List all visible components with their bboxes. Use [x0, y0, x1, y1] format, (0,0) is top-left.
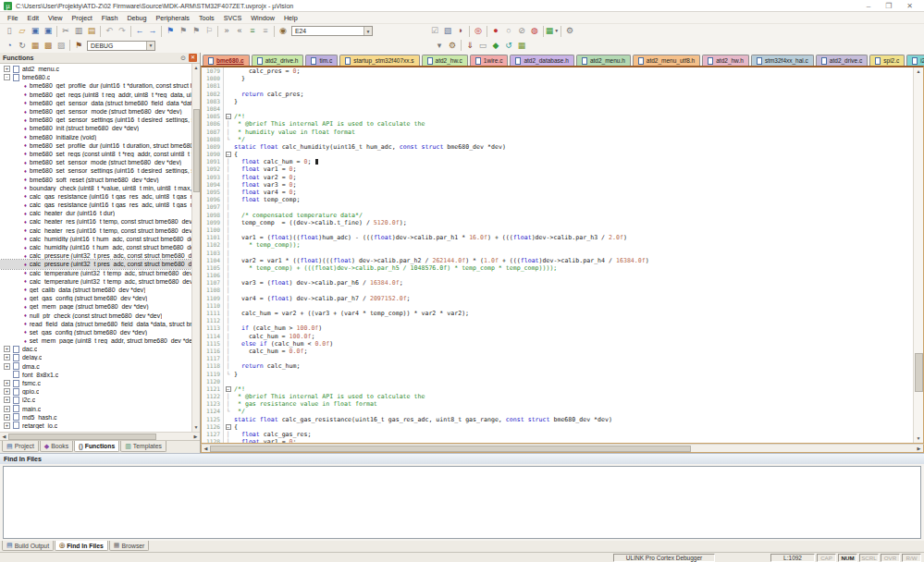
pack-installer-icon[interactable]: ▦ [515, 40, 528, 52]
uncomment-icon[interactable]: ≡ [259, 25, 272, 37]
menu-debug[interactable]: Debug [122, 14, 151, 22]
tree-vertical-scrollbar[interactable]: ▲ ▼ [191, 64, 200, 432]
editor-tab-1wire.c[interactable]: 1wire.c [470, 55, 509, 66]
output-tab-build-output[interactable]: ▤Build Output [2, 541, 54, 551]
scrollbar-thumb[interactable] [915, 353, 923, 392]
run-time-environment-icon[interactable]: ◆ [489, 40, 502, 52]
search-icon[interactable]: ◎ [472, 25, 485, 37]
menu-view[interactable]: View [43, 14, 67, 22]
enable-breakpoint-icon[interactable]: ○ [502, 25, 515, 37]
tree-function-item[interactable]: ♦calc_humidity (uint16_t hum_adc, const … [0, 235, 191, 243]
tree-file-item[interactable]: +md5_hash.c [0, 413, 191, 422]
scrollbar-thumb[interactable] [193, 109, 200, 192]
editor-tab-atd2_drive.h[interactable]: atd2_drive.h [252, 55, 304, 66]
tree-file-item[interactable]: +retarget_io.c [0, 422, 191, 430]
scroll-up-icon[interactable]: ▲ [917, 67, 921, 76]
tree-function-item[interactable]: ♦bme680_set_sensor_settings (uint16_t de… [0, 166, 191, 175]
kill-all-breakpoints-icon[interactable]: ◍ [528, 25, 541, 37]
editor-vertical-scrollbar[interactable]: ▲ ▼ [913, 67, 923, 443]
tree-function-item[interactable]: ♦bme680_get_sensor_settings (uint16_t de… [0, 116, 191, 124]
expand-toggle[interactable]: + [4, 363, 10, 370]
expand-toggle[interactable]: + [4, 397, 10, 403]
save-all-icon[interactable]: ▣ [42, 25, 55, 37]
tree-function-item[interactable]: ♦read_field_data (struct bme680_field_da… [0, 320, 191, 328]
editor-tab-i2c.c[interactable]: i2c.c [906, 55, 924, 66]
editor-tab-atd2_menu_utf8.h[interactable]: atd2_menu_utf8.h [633, 55, 700, 66]
scroll-down-icon[interactable]: ▼ [917, 434, 921, 443]
tree-function-item[interactable]: ♦bme680_init (struct bme680_dev *dev) [0, 124, 191, 132]
tree-function-item[interactable]: ♦null_ptr_check (const struct bme680_dev… [0, 311, 191, 319]
editor-tab-atd2_hw.h[interactable]: atd2_hw.h [702, 55, 749, 66]
comment-icon[interactable]: ≡ [246, 25, 259, 37]
expand-toggle[interactable]: - [4, 74, 10, 80]
tree-file-item[interactable]: -bme680.c [0, 73, 191, 81]
editor-tab-stm32f4xx_hal.c[interactable]: stm32f4xx_hal.c [751, 55, 814, 66]
tree-function-item[interactable]: ♦get_calib_data (struct bme680_dev *dev) [0, 286, 191, 294]
cut-icon[interactable]: ✂ [59, 25, 72, 37]
menu-help[interactable]: Help [279, 14, 302, 22]
expand-toggle[interactable]: + [4, 406, 10, 412]
prev-bookmark-icon[interactable]: ⚑ [177, 25, 190, 37]
update-components-icon[interactable]: ↺ [502, 40, 515, 52]
editor-tab-spi2.c[interactable]: spi2.c [869, 55, 905, 66]
navigate-back-icon[interactable]: ← [133, 25, 146, 37]
target-dropdown-icon[interactable]: ▾ [433, 40, 446, 52]
pin-icon[interactable]: ⊙ [180, 55, 186, 62]
scrollbar-thumb[interactable] [210, 446, 691, 452]
tree-file-item[interactable]: +main.c [0, 405, 191, 413]
expand-toggle[interactable]: + [4, 346, 10, 352]
tree-function-item[interactable]: ♦bme680_get_sensor_mode (struct bme680_d… [0, 107, 191, 116]
redo-icon[interactable]: ↷ [116, 25, 129, 37]
panel-close-icon[interactable]: ✕ [189, 54, 197, 62]
search-combobox[interactable]: E24 ▼ [291, 26, 373, 36]
tree-file-item[interactable]: +dma.c [0, 362, 191, 371]
maximize-button[interactable]: ❐ [885, 1, 892, 11]
workspace-tab-project[interactable]: ▤Project [2, 441, 39, 452]
tree-function-item[interactable]: ♦calc_gas_resistance (uint16_t gas_res_a… [0, 201, 191, 209]
checkbox-icon[interactable]: ☑ [428, 25, 441, 37]
insert-bookmark-icon[interactable]: ⚑ [164, 25, 177, 37]
tree-file-item[interactable]: +fsmc.c [0, 379, 191, 387]
tree-horizontal-scrollbar[interactable]: ◀ ▶ [0, 432, 200, 440]
download-icon[interactable]: ⚑ [72, 40, 85, 52]
tree-function-item[interactable]: ♦bme680_get_regs (uint8_t reg_addr, uint… [0, 91, 191, 99]
code-view[interactable]: 1079 calc_pres = 0;1080 }10811082 return… [202, 67, 913, 443]
tree-function-item[interactable]: ♦get_mem_page (struct bme680_dev *dev) [0, 302, 191, 311]
fold-collapse-box[interactable]: − [226, 386, 231, 392]
chevron-down-icon[interactable]: ▼ [554, 25, 559, 37]
tree-function-item[interactable]: ♦bme680_get_sensor_data (struct bme680_f… [0, 99, 191, 107]
configure-wrench-icon[interactable]: ⚙ [563, 25, 576, 37]
minimize-button[interactable]: – [867, 1, 870, 11]
tree-file-item[interactable]: +dac.c [0, 345, 191, 353]
code-area[interactable]: 1079 calc_pres = 0;1080 }10811082 return… [201, 66, 924, 444]
chevron-down-icon[interactable]: ▼ [146, 42, 154, 50]
fold-collapse-box[interactable]: − [226, 424, 231, 430]
next-bookmark-icon[interactable]: ⚑ [190, 25, 203, 37]
open-folder-icon[interactable]: ▱ [16, 25, 29, 37]
undo-icon[interactable]: ↶ [103, 25, 116, 37]
fold-collapse-box[interactable]: − [226, 114, 231, 119]
indent-icon[interactable]: » [220, 25, 233, 37]
flash-erase-icon[interactable]: ▭ [476, 40, 489, 52]
outdent-icon[interactable]: « [233, 25, 246, 37]
target-combobox[interactable]: DEBUG ▼ [87, 41, 155, 51]
chevron-down-icon[interactable]: ▼ [363, 27, 372, 35]
paste-icon[interactable]: ▤ [85, 25, 98, 37]
tree-function-item[interactable]: ♦bme680_initialize (void) [0, 133, 191, 141]
expand-toggle[interactable]: + [4, 380, 10, 386]
expand-toggle[interactable]: + [4, 422, 10, 429]
fold-collapse-box[interactable]: − [226, 152, 231, 157]
tree-function-item[interactable]: ♦get_gas_config (struct bme680_dev *dev) [0, 294, 191, 302]
rebuild-icon[interactable]: ▩ [42, 40, 55, 52]
menu-edit[interactable]: Edit [23, 14, 43, 22]
options-for-target-icon[interactable]: ⚙ [446, 40, 459, 52]
menu-peripherals[interactable]: Peripherals [152, 14, 194, 22]
find-in-document-icon[interactable]: ▧ [441, 25, 454, 37]
expand-toggle[interactable]: + [4, 414, 10, 421]
editor-horizontal-scrollbar[interactable]: ◀ ▶ [201, 444, 924, 453]
tree-function-item[interactable]: ♦bme680_get_profile_dur (uint16_t *durat… [0, 81, 191, 90]
editor-tab-atd2_menu.h[interactable]: atd2_menu.h [576, 55, 631, 66]
tree-function-item[interactable]: ♦calc_heater_res (uint16_t temp, const s… [0, 226, 191, 235]
menu-window[interactable]: Window [246, 14, 279, 22]
tree-function-item[interactable]: ♦bme680_soft_reset (struct bme680_dev *d… [0, 175, 191, 183]
